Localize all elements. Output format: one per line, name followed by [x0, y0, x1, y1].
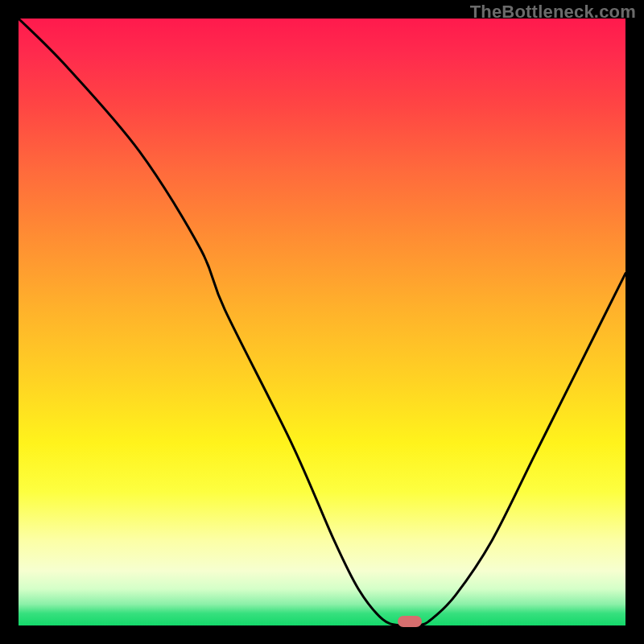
- plot-area: [19, 19, 625, 625]
- bottleneck-curve: [19, 19, 625, 625]
- chart-frame: TheBottleneck.com: [0, 0, 644, 644]
- watermark-text: TheBottleneck.com: [470, 2, 636, 23]
- optimal-marker: [398, 616, 422, 627]
